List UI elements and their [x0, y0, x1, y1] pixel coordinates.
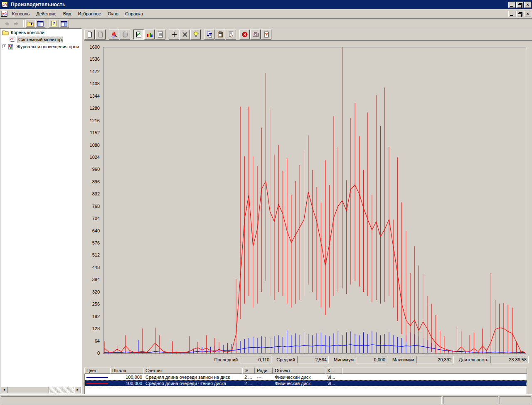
forward-icon[interactable] [12, 20, 22, 28]
counter-color-swatch [86, 383, 108, 384]
counter-row-read-queue[interactable]: 100,000 Средняя длина очереди чтения дис… [85, 380, 527, 386]
stat-last-label: Последний [214, 357, 238, 362]
y-axis-tick-label: 1344 [83, 94, 100, 99]
column-header-color[interactable]: Цвет [84, 368, 110, 374]
delete-icon[interactable] [180, 30, 190, 40]
stat-average-value: 2,564 [297, 356, 329, 363]
clear-display-icon[interactable] [95, 30, 106, 40]
minimize-button[interactable] [508, 2, 515, 8]
scroll-left-icon[interactable]: ◄ [1, 387, 7, 393]
show-hide-console-tree-icon[interactable] [35, 20, 45, 28]
y-axis-tick-label: 256 [83, 301, 100, 306]
counter-color-swatch [86, 377, 108, 378]
view-current-activity-icon[interactable] [109, 30, 119, 40]
column-header-filler [342, 368, 527, 374]
logs-alerts-icon [7, 44, 14, 49]
y-axis-tick-label: 1216 [83, 118, 100, 123]
view-log-data-icon[interactable] [120, 30, 130, 40]
svg-text:?: ? [52, 21, 55, 26]
perfmon-toolbar: ? [84, 29, 532, 41]
console-minimize-button[interactable] [508, 11, 515, 17]
counter-legend-table: Цвет Шкала Счетчик Э Роди... Объект К...… [84, 368, 527, 395]
counter-row-write-queue[interactable]: 100,000 Средняя длина очереди записи на … [85, 374, 527, 380]
y-axis-tick-label: 896 [83, 179, 100, 184]
y-axis-tick-label: 1152 [83, 130, 100, 135]
chart-y-axis: 1600153614721408134412801216115210881024… [83, 47, 101, 353]
y-axis-tick-label: 128 [83, 326, 100, 331]
legend-header-row: Цвет Шкала Счетчик Э Роди... Объект К... [84, 368, 527, 374]
column-header-scale[interactable]: Шкала [110, 368, 143, 374]
tree-item-system-monitor[interactable]: Системный монитор [0, 36, 81, 43]
stat-maximum-value: 20,392 [416, 356, 454, 363]
y-axis-tick-label: 384 [83, 277, 100, 282]
y-axis-tick-label: 768 [83, 204, 100, 209]
show-hide-pane-icon[interactable] [59, 20, 69, 28]
stat-minimum-label: Минимум [334, 357, 354, 362]
y-axis-tick-label: 512 [83, 252, 100, 257]
column-header-instance[interactable]: Э [242, 368, 255, 374]
y-axis-tick-label: 192 [83, 314, 100, 319]
menu-bar: Консоль Действие Вид Избранное Окно Спра… [0, 9, 532, 19]
menu-deystvie[interactable]: Действие [33, 10, 59, 18]
scrollbar-thumb[interactable] [7, 387, 49, 393]
view-graph-icon[interactable] [133, 30, 144, 40]
paste-counter-list-icon[interactable] [215, 30, 225, 40]
copy-properties-icon[interactable] [204, 30, 214, 40]
highlight-icon[interactable] [190, 30, 201, 40]
stat-minimum-value: 0,000 [356, 356, 387, 363]
console-tree: Корень консоли Системный монитор + Журна… [0, 28, 82, 394]
tree-item-logs-alerts[interactable]: + Журналы и оповещения прои [0, 43, 81, 50]
stat-maximum-label: Максимум [392, 357, 414, 362]
restore-button[interactable] [516, 2, 523, 8]
menu-spravka[interactable]: Справка [122, 10, 146, 18]
legend-body: 100,000 Средняя длина очереди записи на … [84, 374, 527, 395]
y-axis-tick-label: 1408 [83, 81, 100, 86]
scrollbar-track[interactable] [49, 387, 74, 393]
y-axis-tick-label: 1088 [83, 143, 100, 148]
tree-horizontal-scrollbar[interactable]: ◄ ► [1, 387, 81, 393]
add-counters-icon[interactable] [169, 30, 179, 40]
stat-duration-value: 23:36:58 [490, 356, 529, 363]
expand-icon[interactable]: + [2, 44, 6, 48]
new-counter-set-icon[interactable] [84, 30, 95, 40]
y-axis-tick-label: 0 [83, 351, 100, 356]
chart-stats-bar: Последний 0,110 Средний 2,564 Минимум 0,… [209, 356, 529, 363]
console-window-icon [1, 11, 7, 17]
chart-series [103, 47, 526, 353]
view-histogram-icon[interactable] [144, 30, 155, 40]
menu-izbrannoe[interactable]: Избранное [75, 10, 105, 18]
menu-okno[interactable]: Окно [104, 10, 122, 18]
performance-window: Производительность × Консоль Действие Ви… [0, 0, 532, 405]
console-close-button[interactable]: × [524, 11, 531, 17]
properties-icon[interactable] [226, 30, 236, 40]
status-panel-main [1, 396, 442, 404]
close-button[interactable]: × [524, 2, 531, 8]
y-axis-tick-label: 320 [83, 289, 100, 294]
menu-konsol[interactable]: Консоль [9, 10, 33, 18]
stat-average-label: Средний [276, 357, 295, 362]
stat-last-value: 0,110 [240, 356, 271, 363]
column-header-computer[interactable]: К... [325, 368, 342, 374]
view-report-icon[interactable] [155, 30, 165, 40]
back-icon[interactable] [2, 20, 12, 28]
tree-item-label: Корень консоли [10, 30, 45, 35]
window-title: Производительность [11, 2, 507, 7]
column-header-object[interactable]: Объект [273, 368, 325, 374]
scroll-right-icon[interactable]: ► [74, 387, 81, 393]
y-axis-tick-label: 832 [83, 191, 100, 196]
help-topics-icon[interactable]: ? [49, 20, 59, 28]
console-restore-button[interactable] [516, 11, 523, 17]
menu-vid[interactable]: Вид [60, 10, 75, 18]
freeze-display-icon[interactable] [239, 30, 250, 40]
y-axis-tick-label: 576 [83, 240, 100, 245]
system-monitor-icon [9, 37, 16, 42]
update-data-icon[interactable] [250, 30, 261, 40]
help-icon[interactable]: ? [261, 30, 271, 40]
column-header-parent[interactable]: Роди... [255, 368, 273, 374]
y-axis-tick-label: 640 [83, 228, 100, 233]
status-panel-2 [443, 396, 498, 404]
stat-duration-label: Длительность [459, 357, 488, 362]
column-header-counter[interactable]: Счетчик [143, 368, 242, 374]
tree-item-console-root[interactable]: Корень консоли [0, 29, 81, 36]
up-one-level-icon[interactable] [25, 20, 35, 28]
